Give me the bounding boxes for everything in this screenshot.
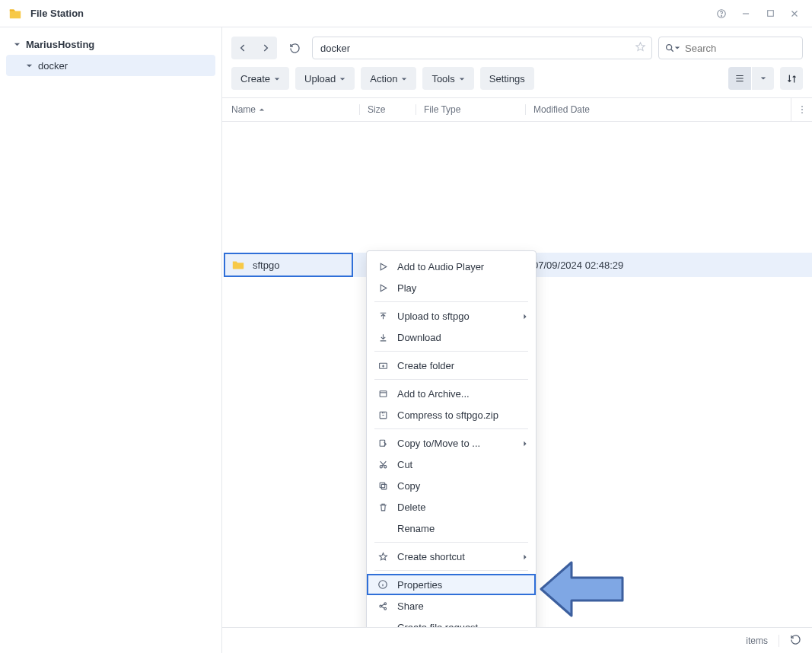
column-type[interactable]: File Type [416,104,525,115]
folder-icon [231,258,245,272]
ctx-label: Copy to/Move to ... [397,438,480,449]
ctx-label: Copy [397,480,420,492]
action-label: Action [370,73,397,84]
tree-root-item[interactable]: MariusHosting [6,33,215,55]
tools-button[interactable]: Tools [422,67,473,90]
submenu-arrow-icon [522,438,528,449]
star-icon [376,552,390,562]
app-title: File Station [30,8,707,19]
action-button[interactable]: Action [361,67,416,90]
sort-button[interactable] [780,67,803,90]
help-icon[interactable] [712,4,731,24]
ctx-download[interactable]: Download [367,326,536,348]
status-refresh-button[interactable] [790,634,801,648]
column-name-label: Name [231,104,256,115]
ctx-copy[interactable]: Copy [367,475,536,496]
caret-down-icon [339,73,345,84]
separator [779,635,779,647]
ctx-label: Delete [397,502,426,513]
view-dropdown-button[interactable] [751,67,774,90]
svg-point-4 [667,45,672,50]
info-icon [376,579,390,590]
tree-child-item[interactable]: docker [6,55,215,76]
column-menu-button[interactable] [791,98,812,121]
row-name-cell[interactable]: sftpgo [224,253,353,277]
status-items-label: items [746,635,768,646]
close-icon[interactable] [785,4,804,24]
column-size[interactable]: Size [359,104,416,115]
svg-rect-15 [380,483,385,488]
separator [374,301,528,302]
separator [374,570,528,571]
separator [374,379,528,380]
path-input[interactable] [312,37,652,59]
svg-point-12 [380,465,382,467]
ctx-label: Add to Audio Player [397,261,484,272]
separator [374,428,528,429]
column-type-label: File Type [424,104,460,115]
back-button[interactable] [231,37,254,59]
ctx-share[interactable]: Share [367,595,536,616]
svg-rect-3 [767,11,773,17]
separator [374,351,528,352]
ctx-add-archive[interactable]: Add to Archive... [367,383,536,404]
play-icon [376,262,390,272]
ctx-label: Create folder [397,360,454,371]
search-icon [664,43,680,53]
ctx-properties[interactable]: Properties [367,574,536,595]
caret-down-icon [24,61,33,70]
ctx-delete[interactable]: Delete [367,496,536,518]
settings-button[interactable]: Settings [480,67,534,90]
toolbar-nav-row [222,27,812,64]
ctx-label: Play [397,282,416,294]
upload-icon [376,311,390,321]
ctx-label: Add to Archive... [397,388,470,400]
ctx-label: Rename [397,523,435,534]
refresh-button[interactable] [283,37,306,59]
caret-down-icon [401,73,407,84]
new-folder-icon [376,361,390,371]
svg-rect-14 [381,484,387,489]
column-size-label: Size [368,104,385,115]
move-icon [376,438,390,448]
caret-down-icon [274,73,280,84]
create-button[interactable]: Create [231,67,289,90]
svg-rect-9 [380,390,387,397]
ctx-play[interactable]: Play [367,277,536,298]
ctx-shortcut[interactable]: Create shortcut [367,546,536,567]
sidebar: MariusHosting docker [0,27,222,653]
view-list-button[interactable] [728,67,751,90]
caret-down-icon [459,73,465,84]
svg-point-13 [384,465,386,467]
play-icon [376,283,390,293]
maximize-icon[interactable] [760,4,780,24]
ctx-copy-move[interactable]: Copy to/Move to ... [367,432,536,454]
svg-point-6 [801,109,803,110]
ctx-add-audio[interactable]: Add to Audio Player [367,256,536,277]
status-bar: items [222,627,812,653]
column-modified[interactable]: Modified Date [525,104,791,115]
column-name[interactable]: Name [222,104,359,115]
ctx-compress[interactable]: Compress to sftpgo.zip [367,404,536,425]
download-icon [376,333,390,342]
forward-button[interactable] [254,37,277,59]
ctx-create-folder[interactable]: Create folder [367,355,536,376]
table-header: Name Size File Type Modified Date [222,97,812,122]
create-label: Create [240,73,270,84]
ctx-cut[interactable]: Cut [367,454,536,475]
svg-point-7 [801,112,803,113]
tools-label: Tools [431,73,454,84]
ctx-rename[interactable]: Rename [367,518,536,539]
trash-icon [376,502,390,512]
ctx-upload-to[interactable]: Upload to sftpgo [367,305,536,326]
row-modified-date: 07/09/2024 02:48:29 [533,253,623,277]
minimize-icon[interactable] [736,4,756,24]
archive-icon [376,389,390,399]
star-icon[interactable] [635,41,646,55]
ctx-label: Upload to sftpgo [397,311,470,322]
upload-label: Upload [304,73,336,84]
upload-button[interactable]: Upload [295,67,355,90]
path-field-wrap [312,37,652,59]
svg-point-5 [801,106,803,107]
copy-icon [376,481,390,491]
